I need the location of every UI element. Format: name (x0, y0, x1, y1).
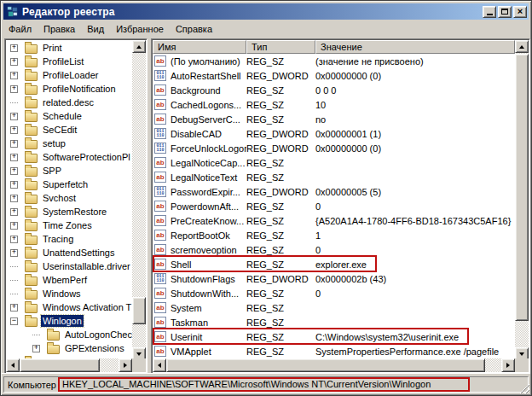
column-header-value[interactable]: Значение (315, 40, 515, 54)
maximize-button[interactable] (498, 6, 512, 18)
tree-label[interactable]: Superfetch (41, 178, 90, 190)
list-vertical-scrollbar[interactable] (515, 40, 529, 360)
value-row-legalnoticetext[interactable]: abLegalNoticeTextREG_SZ (153, 170, 515, 184)
value-row-по-умолчанию[interactable]: ab(По умолчанию)REG_SZ(значение не присв… (153, 54, 515, 68)
value-row-scremoveoption[interactable]: abscremoveoptionREG_SZ0 (153, 242, 515, 257)
tree-item-schedule[interactable]: +Schedule (7, 109, 132, 123)
scrollbar-thumb[interactable] (132, 297, 146, 324)
value-row-shutdownflags[interactable]: 011110ShutdownFlagsREG_DWORD0x0000002b (… (153, 271, 515, 286)
value-row-cachedlogons[interactable]: abCachedLogons...REG_SZ10 (153, 97, 515, 112)
tree-label[interactable]: ProfileNotification (41, 83, 118, 95)
tree-label[interactable]: GPExtensions (63, 342, 126, 354)
expand-plus-icon[interactable]: + (10, 113, 18, 120)
expand-plus-icon[interactable]: + (10, 44, 18, 52)
expand-plus-icon[interactable]: + (10, 304, 18, 312)
tree-label[interactable]: Windows Activation T (41, 301, 132, 313)
value-row-shutdownwith[interactable]: abShutdownWith...REG_SZ0 (153, 286, 515, 300)
tree-item-tracing[interactable]: +Tracing (7, 232, 132, 246)
tree-label[interactable]: Tracing (41, 233, 75, 245)
minimize-button[interactable] (483, 6, 496, 18)
tree-item-softwareprotectionpl[interactable]: +SoftwareProtectionPl (7, 150, 132, 164)
expand-plus-icon[interactable]: + (10, 181, 18, 189)
tree-label[interactable]: WbemPerf (41, 274, 89, 286)
expand-plus-icon[interactable]: + (32, 345, 40, 352)
tree-item-profilelist[interactable]: +ProfileList (7, 55, 132, 68)
value-row-taskman[interactable]: abTaskmanREG_SZ (153, 315, 515, 329)
tree-label[interactable]: Print (41, 42, 64, 54)
scroll-left-button[interactable] (153, 358, 166, 372)
tree-item-spp[interactable]: +SPP (7, 164, 132, 178)
scroll-right-button[interactable] (119, 358, 132, 372)
expand-plus-icon[interactable]: + (10, 154, 18, 161)
tree-horizontal-scrollbar[interactable] (6, 358, 132, 372)
value-row-vmapplet[interactable]: abVMAppletREG_SZSystemPropertiesPerforma… (153, 344, 515, 358)
tree-label[interactable]: Svchost (41, 192, 78, 204)
tree-item-autologonchecke[interactable]: AutoLogonChecke (7, 328, 132, 341)
value-row-autorestartshell[interactable]: 011110AutoRestartShellREG_DWORD0x0000000… (153, 68, 515, 83)
tree-label[interactable]: Schedule (41, 110, 84, 122)
tree-label[interactable]: SystemRestore (41, 206, 108, 218)
column-header-name[interactable]: Имя (153, 40, 246, 54)
value-row-userinit[interactable]: abUserinitREG_SZC:\Windows\system32\user… (153, 329, 515, 344)
tree-vertical-scrollbar[interactable] (132, 40, 146, 360)
tree-label[interactable]: setup (41, 137, 67, 149)
tree-label[interactable]: AutoLogonChecke (63, 329, 132, 341)
menu-item-вид[interactable]: Вид (81, 22, 110, 37)
tree-label[interactable]: Winlogon (41, 315, 84, 327)
tree-item-systemrestore[interactable]: +SystemRestore (7, 205, 132, 218)
list-horizontal-scrollbar[interactable] (153, 358, 515, 372)
scrollbar-thumb[interactable] (20, 358, 100, 372)
tree-item-setup[interactable]: +setup (7, 137, 132, 150)
value-row-powerdownaft[interactable]: abPowerdownAft...REG_SZ0 (153, 199, 515, 213)
tree-item-userinstallable-driver[interactable]: Userinstallable.driver (7, 259, 132, 273)
tree-label[interactable]: UnattendSettings (41, 247, 116, 259)
expand-plus-icon[interactable]: + (10, 126, 18, 134)
collapse-minus-icon[interactable]: − (10, 317, 18, 325)
tree-item-windows[interactable]: Windows (7, 287, 132, 300)
menu-item-файл[interactable]: Файл (3, 22, 38, 37)
tree-label[interactable]: SPP (41, 165, 63, 177)
tree-label[interactable]: SeCEdit (41, 124, 78, 136)
expand-plus-icon[interactable]: + (10, 208, 18, 216)
scroll-right-button[interactable] (501, 358, 515, 372)
tree-item-wbemperf[interactable]: WbemPerf (7, 273, 132, 287)
expand-plus-icon[interactable]: + (10, 249, 18, 257)
tree-item-superfetch[interactable]: +Superfetch (7, 178, 132, 191)
tree-item-time-zones[interactable]: +Time Zones (7, 218, 132, 232)
tree-label[interactable]: Userinstallable.driver (41, 260, 132, 272)
expand-plus-icon[interactable]: + (10, 236, 18, 243)
tree-item-secedit[interactable]: +SeCEdit (7, 123, 132, 137)
expand-plus-icon[interactable]: + (10, 195, 18, 202)
expand-plus-icon[interactable]: + (10, 72, 18, 79)
expand-plus-icon[interactable]: + (10, 140, 18, 148)
tree-item-profileloader[interactable]: +ProfileLoader (7, 68, 132, 82)
tree-label[interactable]: Windows (41, 288, 83, 300)
value-row-legalnoticecap[interactable]: abLegalNoticeCap...REG_SZ (153, 155, 515, 170)
value-row-reportbootok[interactable]: abReportBootOkREG_SZ1 (153, 228, 515, 242)
value-row-background[interactable]: abBackgroundREG_SZ0 0 0 (153, 83, 515, 97)
tree-item-related-desc[interactable]: related.desc (7, 96, 132, 109)
tree-item-profilenotification[interactable]: +ProfileNotification (7, 82, 132, 96)
tree-item-unattendsettings[interactable]: +UnattendSettings (7, 246, 132, 259)
scroll-up-button[interactable] (132, 40, 146, 53)
tree-label[interactable]: SoftwareProtectionPl (41, 151, 132, 163)
menu-item-справка[interactable]: Справка (170, 22, 218, 37)
value-row-passwordexpir[interactable]: 011110PasswordExpir...REG_DWORD0x0000000… (153, 184, 515, 199)
tree-label[interactable]: related.desc (41, 96, 95, 108)
menu-item-избранное[interactable]: Избранное (110, 22, 170, 37)
value-row-shell[interactable]: abShellREG_SZexplorer.exe (153, 257, 515, 271)
column-header-type[interactable]: Тип (246, 40, 315, 54)
close-button[interactable]: × (513, 6, 527, 18)
tree-label[interactable]: Time Zones (41, 219, 94, 231)
expand-plus-icon[interactable]: + (10, 222, 18, 230)
scrollbar-thumb[interactable] (515, 54, 529, 321)
value-row-debugserverc[interactable]: abDebugServerC...REG_SZno (153, 112, 515, 126)
scrollbar-thumb[interactable] (166, 358, 485, 372)
tree-label[interactable]: ProfileLoader (41, 69, 100, 81)
expand-plus-icon[interactable]: + (10, 58, 18, 66)
menu-item-правка[interactable]: Правка (38, 22, 81, 37)
value-row-forceunlocklogon[interactable]: 011110ForceUnlockLogonREG_DWORD0x0000000… (153, 141, 515, 155)
scroll-up-button[interactable] (515, 40, 529, 53)
value-row-precreateknow[interactable]: abPreCreateKnow...REG_SZ{A520A1A4-1780-4… (153, 213, 515, 228)
scroll-left-button[interactable] (6, 358, 20, 372)
